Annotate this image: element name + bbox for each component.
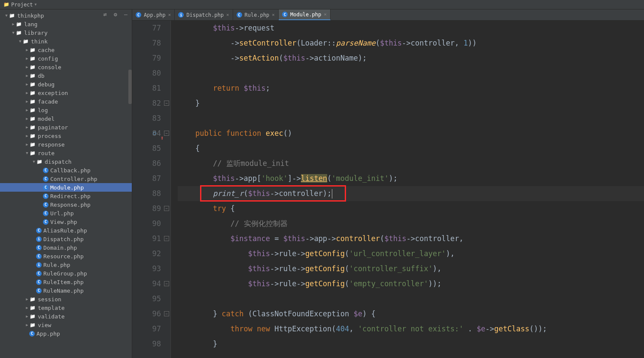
code-line[interactable]: $this->app['hook']->listen('module_init'… <box>178 171 644 186</box>
fold-icon[interactable]: − <box>164 131 169 136</box>
close-icon[interactable]: × <box>168 12 171 18</box>
fold-icon[interactable]: − <box>164 236 169 241</box>
tree-arrow-icon[interactable] <box>25 99 29 104</box>
code-line[interactable]: $this->rule->getConfig('empty_controller… <box>178 276 644 291</box>
close-icon[interactable]: × <box>226 12 229 18</box>
close-icon[interactable]: × <box>272 12 275 18</box>
code-line[interactable]: { <box>178 141 644 156</box>
tree-item-cache[interactable]: cache <box>0 46 132 54</box>
tree-arrow-icon[interactable] <box>25 151 29 155</box>
tree-item-rulegroup-php[interactable]: RuleGroup.php <box>0 269 132 278</box>
tree-item-debug[interactable]: debug <box>0 80 132 89</box>
code-line[interactable]: // 实例化控制器 <box>178 216 644 231</box>
scroll-from-source-icon[interactable]: ⇄ <box>102 11 109 18</box>
code-line[interactable]: return $this; <box>178 81 644 96</box>
tree-arrow-icon[interactable] <box>25 125 29 129</box>
tree-item-controller-php[interactable]: Controller.php <box>0 174 132 183</box>
tree-arrow-icon[interactable] <box>25 116 29 121</box>
tree-item-process[interactable]: process <box>0 132 132 140</box>
tab-rule-php[interactable]: Rule.php× <box>233 9 279 20</box>
tree-item-ruleitem-php[interactable]: RuleItem.php <box>0 278 132 286</box>
tab-module-php[interactable]: Module.php× <box>279 9 331 20</box>
line-number[interactable]: 97 <box>132 321 161 337</box>
code-line[interactable]: try { <box>178 201 644 216</box>
tree-item-callback-php[interactable]: Callback.php <box>0 166 132 174</box>
tree-arrow-icon[interactable] <box>25 306 29 310</box>
tree-arrow-icon[interactable] <box>4 13 9 18</box>
tree-arrow-icon[interactable] <box>18 39 22 43</box>
tree-item-view[interactable]: view <box>0 321 132 329</box>
line-number[interactable]: 90 <box>132 216 161 231</box>
tree-arrow-icon[interactable] <box>25 56 29 61</box>
tree-item-domain-php[interactable]: Domain.php <box>0 243 132 252</box>
editor-tabs[interactable]: App.php×Dispatch.php×Rule.php×Module.php… <box>132 9 644 21</box>
tree-item-db[interactable]: db <box>0 71 132 80</box>
code-line[interactable]: } <box>178 337 644 352</box>
tree-arrow-icon[interactable] <box>25 82 29 86</box>
tree-item-resource-php[interactable]: Resource.php <box>0 252 132 260</box>
fold-icon[interactable]: − <box>164 206 169 211</box>
tree-arrow-icon[interactable] <box>25 134 29 138</box>
tree-item-app-php[interactable]: App.php <box>0 329 132 338</box>
project-tree-sidebar[interactable]: ⇄ ⚙ — thinkphplanglibrarythinkcacheconfi… <box>0 9 132 358</box>
project-tree[interactable]: thinkphplanglibrarythinkcacheconfigconso… <box>0 9 132 338</box>
code-line[interactable]: $instance = $this->app->controller($this… <box>178 231 644 246</box>
line-number[interactable]: 86 <box>132 156 161 171</box>
line-number[interactable]: 83 <box>132 111 161 126</box>
fold-icon[interactable]: − <box>164 101 169 106</box>
tree-arrow-icon[interactable] <box>25 91 29 95</box>
tab-dispatch-php[interactable]: Dispatch.php× <box>175 9 233 20</box>
tree-item-response-php[interactable]: Response.php <box>0 200 132 209</box>
line-number[interactable]: 91 <box>132 231 161 246</box>
tree-item-module-php[interactable]: Module.php <box>0 183 132 192</box>
tree-item-aliasrule-php[interactable]: AliasRule.php <box>0 226 132 235</box>
close-icon[interactable]: × <box>324 12 327 17</box>
line-number[interactable]: 80 <box>132 66 161 81</box>
override-marker-icon[interactable] <box>153 132 156 135</box>
code-line[interactable]: ->setAction($this->actionName); <box>178 51 644 66</box>
tree-item-dispatch-php[interactable]: Dispatch.php <box>0 235 132 243</box>
code-line[interactable]: public function exec() <box>178 126 644 141</box>
tree-item-validate[interactable]: validate <box>0 312 132 321</box>
line-number[interactable]: 95 <box>132 291 161 306</box>
tree-item-route[interactable]: route <box>0 149 132 157</box>
tree-item-config[interactable]: config <box>0 54 132 63</box>
gutter[interactable]: 7778798081828384858687888990919293949596… <box>132 21 171 358</box>
tree-item-session[interactable]: session <box>0 295 132 303</box>
tree-item-response[interactable]: response <box>0 140 132 149</box>
code-line[interactable]: $this->request <box>178 21 644 36</box>
line-number[interactable]: 96 <box>132 306 161 321</box>
code-content[interactable]: $this->request ->setController(Loader::p… <box>171 21 644 358</box>
line-number[interactable]: 94 <box>132 276 161 291</box>
line-number[interactable]: 84 <box>132 126 161 141</box>
code-line[interactable]: $this->rule->getConfig('url_controller_l… <box>178 246 644 261</box>
tree-arrow-icon[interactable] <box>25 73 29 78</box>
code-line[interactable]: } catch (ClassNotFoundException $e) { <box>178 306 644 321</box>
tree-arrow-icon[interactable] <box>25 297 29 301</box>
line-number[interactable]: 82 <box>132 96 161 111</box>
tree-arrow-icon[interactable] <box>11 31 15 35</box>
tree-item-rule-php[interactable]: Rule.php <box>0 260 132 269</box>
line-number[interactable]: 77 <box>132 21 161 36</box>
code-line[interactable] <box>178 66 644 81</box>
tree-item-lang[interactable]: lang <box>0 20 132 28</box>
code-line[interactable]: print_r($this->controller); <box>178 186 644 201</box>
line-number[interactable]: 92 <box>132 246 161 261</box>
fold-icon[interactable]: − <box>164 281 169 286</box>
code-editor[interactable]: 7778798081828384858687888990919293949596… <box>132 21 644 358</box>
tree-item-log[interactable]: log <box>0 106 132 114</box>
code-line[interactable]: $this->rule->getConfig('controller_suffi… <box>178 261 644 276</box>
tree-item-paginator[interactable]: paginator <box>0 123 132 132</box>
project-dropdown[interactable]: 📁 Project ▼ <box>0 2 40 8</box>
tree-item-template[interactable]: template <box>0 303 132 312</box>
settings-icon[interactable]: ⚙ <box>112 11 119 18</box>
fold-icon[interactable]: − <box>164 311 169 316</box>
sidebar-scrollbar[interactable] <box>128 70 132 104</box>
tree-arrow-icon[interactable] <box>25 108 29 112</box>
code-line[interactable]: // 监听module_init <box>178 156 644 171</box>
line-number[interactable]: 78 <box>132 36 161 51</box>
tree-arrow-icon[interactable] <box>25 142 29 147</box>
tree-arrow-icon[interactable] <box>32 159 36 164</box>
tree-item-think[interactable]: think <box>0 37 132 46</box>
code-line[interactable]: ->setController(Loader::parseName($this-… <box>178 36 644 51</box>
